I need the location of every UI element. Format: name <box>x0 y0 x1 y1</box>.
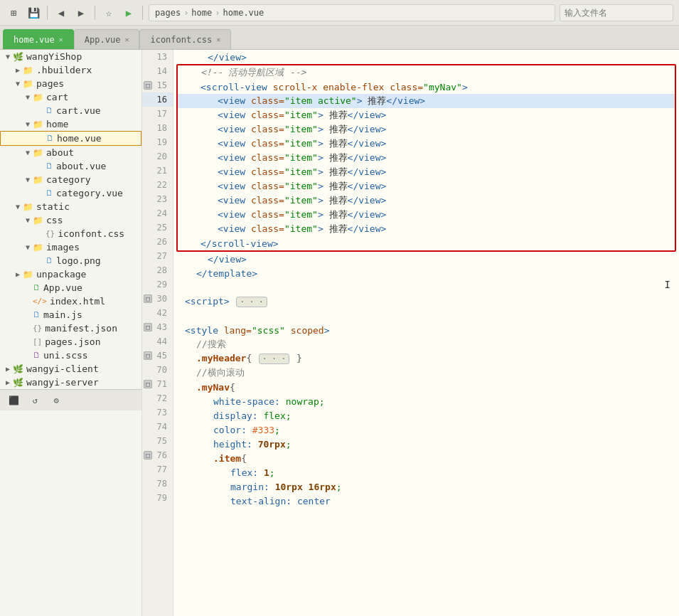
sidebar-item-index-html[interactable]: ▶ </> index.html <box>0 294 141 308</box>
linenum-30: □ 30 <box>142 292 173 306</box>
code-line-75: height: 70rpx; <box>173 437 679 451</box>
sidebar-item-iconfont-css[interactable]: ▶ {} iconfont.css <box>0 227 141 240</box>
sidebar-item-cart-vue[interactable]: ▶ 🗋 cart.vue <box>0 104 141 117</box>
file-icon-iconfont: {} <box>46 229 55 238</box>
folder-icon-category: 📁 <box>33 175 43 185</box>
label-unpackage: unpackage <box>36 269 86 280</box>
sep-1: › <box>183 8 188 18</box>
folder-icon-hbuilderx: 📁 <box>23 65 33 75</box>
fold-43[interactable]: □ <box>144 323 152 331</box>
code-line-21: <view class="item"> 推荐</view> <box>178 165 675 179</box>
settings-icon[interactable]: ⚙ <box>48 393 64 408</box>
sidebar-item-home-folder[interactable]: ▼ 📁 home <box>0 117 141 131</box>
sidebar-item-uni-scss[interactable]: ▶ 🗋 uni.scss <box>0 349 141 362</box>
sidebar-item-category-vue[interactable]: ▶ 🗋 category.vue <box>0 186 141 200</box>
file-icon-cart-vue: 🗋 <box>46 106 53 115</box>
fold-71[interactable]: □ <box>144 380 152 388</box>
sidebar-item-wangYiShop[interactable]: ▼ 🌿 wangYiShop <box>0 50 141 63</box>
file-icon-main-js: 🗋 <box>33 310 41 319</box>
file-icon-index-html: </> <box>33 297 47 306</box>
fold-placeholder-30[interactable]: · · · <box>236 297 267 307</box>
arrow-home-folder: ▼ <box>23 120 33 128</box>
sidebar-item-home-vue[interactable]: ▶ 🗋 home.vue <box>0 131 141 146</box>
sidebar-item-css-folder[interactable]: ▼ 📁 css <box>0 213 141 227</box>
file-icon-category-vue: 🗋 <box>46 188 53 198</box>
code-line-28: </template> <box>173 266 679 280</box>
folder-icon-css: 📁 <box>33 216 43 225</box>
code-text-77: flex: 1; <box>230 467 275 478</box>
linenum-42: 42 <box>142 306 173 320</box>
sidebar-item-app-vue[interactable]: ▶ 🗋 App.vue <box>0 281 141 294</box>
code-line-13: </view> <box>173 50 679 64</box>
sidebar-item-wangyi-client[interactable]: ▶ 🌿 wangyi-client <box>0 362 141 376</box>
fold-15[interactable]: □ <box>144 81 152 90</box>
tab-app-vue-close[interactable]: ✕ <box>124 36 129 43</box>
file-search-input[interactable] <box>560 4 673 21</box>
linenum-74: 74 <box>142 420 173 434</box>
linenum-79: 79 <box>142 491 173 505</box>
star-icon[interactable]: ☆ <box>101 5 117 21</box>
linenum-29: 29 <box>142 277 173 292</box>
code-line-24: <view class="item"> 推荐</view> <box>178 208 675 222</box>
code-line-76: .item{ <box>173 451 679 465</box>
tab-home-vue-close[interactable]: ✕ <box>59 36 63 43</box>
fold-30[interactable]: □ <box>144 294 152 303</box>
forward-icon[interactable]: ▶ <box>73 5 89 21</box>
refresh-icon[interactable]: ↺ <box>27 393 43 408</box>
code-editor[interactable]: 13 14 □ 15 16 17 18 19 20 21 22 23 24 25… <box>142 50 679 616</box>
code-text-79: text-align: center <box>230 496 331 506</box>
linenum-26: 26 <box>142 235 173 249</box>
label-cart-folder: cart <box>46 92 68 102</box>
sidebar-item-wangyi-server[interactable]: ▶ 🌿 wangyi-server <box>0 376 141 389</box>
sidebar-item-cart-folder[interactable]: ▼ 📁 cart <box>0 90 141 104</box>
code-text-15: <scroll-view scroll-x enable-flex class=… <box>201 82 468 92</box>
sidebar-item-hbuilderx[interactable]: ▶ 📁 .hbuilderx <box>0 63 141 77</box>
code-text-28: </template> <box>196 268 257 279</box>
sidebar-item-pages-json[interactable]: ▶ [] pages.json <box>0 335 141 349</box>
back-icon[interactable]: ◀ <box>53 5 69 21</box>
arrow-hbuilderx: ▶ <box>13 66 23 74</box>
code-line-71: .myNav{ <box>173 380 679 394</box>
fold-76[interactable]: □ <box>144 451 152 460</box>
save-icon[interactable]: 💾 <box>26 5 41 21</box>
grid-icon[interactable]: ⊞ <box>6 5 21 21</box>
folder-icon-cart: 📁 <box>33 92 43 102</box>
highlight-region: <!-- 活动导航区域 --> <scroll-view scroll-x en… <box>176 64 676 252</box>
sidebar-item-main-js[interactable]: ▶ 🗋 main.js <box>0 308 141 322</box>
tab-app-vue[interactable]: App.vue ✕ <box>74 29 140 49</box>
linenum-20: 20 <box>142 149 173 164</box>
code-line-18: <view class="item"> 推荐</view> <box>178 122 675 137</box>
linenum-75: 75 <box>142 434 173 448</box>
run-icon[interactable]: ▶ <box>121 5 137 21</box>
folder-icon-about: 📁 <box>33 148 43 158</box>
terminal-icon[interactable]: ⬛ <box>6 393 21 408</box>
sidebar-item-about-folder[interactable]: ▼ 📁 about <box>0 146 141 159</box>
linenum-77: 77 <box>142 462 173 477</box>
fold-placeholder-45[interactable]: · · · <box>259 354 289 364</box>
sidebar-item-images-folder[interactable]: ▼ 📁 images <box>0 240 141 254</box>
arrow-css: ▼ <box>23 216 33 224</box>
code-text-17: <view class="item"> 推荐</view> <box>218 109 386 122</box>
sidebar-item-pages[interactable]: ▼ 📁 pages <box>0 77 141 90</box>
arrow-wangyi-client: ▶ <box>3 365 13 373</box>
tab-iconfont-css-close[interactable]: ✕ <box>216 36 220 43</box>
label-hbuilderx: .hbuilderx <box>36 65 92 75</box>
sidebar-item-category-folder[interactable]: ▼ 📁 category <box>0 173 141 186</box>
fold-45[interactable]: □ <box>144 351 152 360</box>
sidebar-item-about-vue[interactable]: ▶ 🗋 about.vue <box>0 159 141 173</box>
tab-iconfont-css[interactable]: iconfont.css ✕ <box>139 29 231 49</box>
label-logo-png: logo.png <box>56 255 101 266</box>
code-line-78: margin: 10rpx 16rpx; <box>173 479 679 494</box>
label-iconfont-css: iconfont.css <box>58 228 124 239</box>
sidebar-item-manifest-json[interactable]: ▶ {} manifest.json <box>0 322 141 335</box>
code-line-17: <view class="item"> 推荐</view> <box>178 108 675 122</box>
sidebar-item-logo-png[interactable]: ▶ 🗋 logo.png <box>0 254 141 267</box>
tab-home-vue[interactable]: home.vue ✕ <box>3 29 74 49</box>
linenum-22: 22 <box>142 178 173 192</box>
arrow-cart: ▼ <box>23 93 33 101</box>
sidebar-item-static-folder[interactable]: ▼ 📁 static <box>0 200 141 213</box>
folder-icon-home: 📁 <box>33 120 43 129</box>
code-text-73: display: flex; <box>213 410 292 421</box>
code-text-72: white-space: nowrap; <box>213 396 325 407</box>
sidebar-item-unpackage[interactable]: ▶ 📁 unpackage <box>0 267 141 281</box>
